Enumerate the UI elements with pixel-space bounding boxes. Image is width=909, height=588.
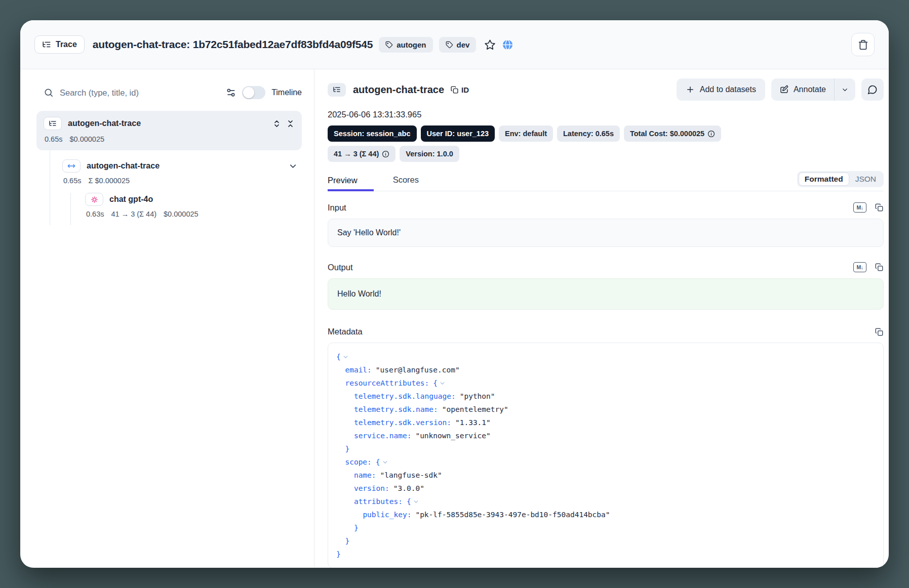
json-line: service.name:"unknown_service": [336, 429, 875, 442]
tag-label: dev: [457, 40, 470, 49]
chevrons-up-down-icon: [272, 119, 281, 128]
collapse-chevron-icon[interactable]: [382, 459, 388, 466]
node-duration: 0.65s: [45, 135, 62, 143]
input-section-label: Input: [328, 203, 346, 213]
tab-preview[interactable]: Preview: [328, 170, 374, 191]
format-toggle: Formatted JSON: [797, 171, 884, 187]
id-label: ID: [461, 86, 469, 94]
json-line: telemetry.sdk.language:"python": [336, 390, 875, 403]
badge-row-2: 41 → 3 (Σ 44) Version: 1.0.0: [328, 146, 884, 162]
copy-id-button[interactable]: ID: [450, 86, 469, 94]
window-header: Trace autogen-chat-trace: 1b72c51fabed12…: [20, 20, 889, 69]
list-tree-icon: [44, 117, 62, 130]
tag-icon: [446, 41, 453, 49]
tree-node-label: autogen-chat-trace: [68, 119, 141, 128]
collapse-chevron-icon[interactable]: [439, 380, 446, 387]
trace-detail-window: Trace autogen-chat-trace: 1b72c51fabed12…: [20, 20, 889, 568]
info-icon[interactable]: [707, 130, 715, 138]
json-line: email:"user@langfuse.com": [336, 363, 875, 376]
star-icon: [484, 39, 496, 51]
pen-square-icon: [779, 85, 788, 94]
bookmark-star-button[interactable]: [484, 39, 496, 51]
generation-sparkle-icon: [85, 193, 103, 206]
node-tokens: 41 → 3 (Σ 44): [111, 210, 156, 218]
add-to-datasets-button[interactable]: Add to datasets: [677, 78, 765, 101]
json-line: }: [336, 442, 875, 455]
node-duration: 0.65s: [63, 177, 81, 185]
copy-icon: [450, 86, 459, 94]
node-cost: $0.000025: [69, 135, 104, 143]
input-content: Say 'Hello World!': [328, 219, 884, 247]
search-icon: [44, 88, 54, 98]
json-line: public_key:"pk-lf-5855d85e-3943-497e-bd1…: [336, 508, 875, 521]
chevron-down-icon: [288, 161, 298, 171]
detail-title: autogen-chat-trace: [353, 84, 444, 96]
info-icon[interactable]: [382, 150, 389, 158]
tag-pill-autogen[interactable]: autogen: [379, 37, 432, 53]
page-title: autogen-chat-trace: 1b72c51fabed12ae7df8…: [93, 38, 373, 51]
plus-icon: [686, 85, 695, 94]
copy-output-button[interactable]: [875, 263, 884, 272]
annotate-button[interactable]: Annotate: [771, 78, 834, 101]
tree-node-label: autogen-chat-trace: [87, 161, 160, 171]
metadata-section-head: Metadata: [328, 327, 884, 337]
json-line: name:"langfuse-sdk": [336, 469, 875, 482]
format-toggle-formatted[interactable]: Formatted: [799, 173, 849, 186]
chevrons-down-up-icon: [286, 119, 295, 128]
timeline-toggle[interactable]: [242, 86, 265, 99]
collapse-node-button[interactable]: [288, 161, 298, 171]
json-line: resourceAttributes:{: [336, 376, 875, 390]
add-to-datasets-label: Add to datasets: [700, 85, 756, 94]
json-line: version:"3.0.0": [336, 482, 875, 495]
markdown-toggle-icon[interactable]: M↓: [853, 202, 866, 213]
badge-row-1: Session: session_abc User ID: user_123 E…: [328, 125, 884, 142]
markdown-toggle-icon[interactable]: M↓: [853, 262, 866, 272]
output-section-head: Output M↓: [328, 262, 884, 272]
output-content: Hello World!: [328, 278, 884, 310]
annotate-dropdown-button[interactable]: [835, 78, 855, 101]
token-usage-badge: 41 → 3 (Σ 44): [328, 146, 396, 162]
tree-node-span[interactable]: autogen-chat-trace 0.65s Σ $0.000025: [62, 150, 302, 225]
json-line: scope:{: [336, 455, 875, 469]
collapse-chevron-icon[interactable]: [342, 354, 349, 360]
search-input[interactable]: [60, 88, 220, 98]
toggle-knob: [243, 87, 254, 98]
copy-icon: [875, 203, 884, 212]
annotate-button-group: Annotate: [771, 78, 855, 101]
tree-node-label: chat gpt-4o: [109, 195, 153, 204]
tab-scores[interactable]: Scores: [393, 170, 419, 191]
annotate-label: Annotate: [794, 85, 826, 94]
json-line: telemetry.sdk.name:"opentelemetry": [336, 403, 875, 416]
json-line: }: [336, 521, 875, 534]
collapse-all-button[interactable]: [286, 119, 295, 128]
collapse-chevron-icon[interactable]: [413, 498, 419, 505]
user-badge[interactable]: User ID: user_123: [421, 125, 495, 142]
comments-button[interactable]: [861, 78, 884, 101]
public-share-button[interactable]: [502, 39, 513, 51]
node-duration: 0.63s: [86, 210, 104, 218]
tag-pill-dev[interactable]: dev: [439, 37, 477, 53]
tree-children: autogen-chat-trace 0.65s Σ $0.000025: [50, 150, 302, 225]
json-line: }: [336, 534, 875, 548]
session-badge[interactable]: Session: session_abc: [328, 125, 417, 142]
tag-icon: [385, 41, 393, 49]
output-section-label: Output: [328, 263, 353, 272]
list-tree-icon: [328, 83, 346, 97]
metadata-section-label: Metadata: [328, 327, 363, 337]
tree-node-trace-root[interactable]: autogen-chat-trace: [36, 111, 302, 150]
tree-search-row: Timeline: [36, 82, 302, 103]
latency-badge: Latency: 0.65s: [557, 125, 620, 142]
format-toggle-json[interactable]: JSON: [849, 173, 882, 186]
detail-header: autogen-chat-trace ID Add to datasets: [328, 78, 884, 101]
trace-badge-label: Trace: [56, 40, 77, 49]
env-badge: Env: default: [499, 125, 553, 142]
copy-metadata-button[interactable]: [875, 327, 884, 337]
tree-filter-settings-button[interactable]: [226, 88, 236, 98]
timeline-toggle-label: Timeline: [271, 88, 302, 97]
copy-icon: [875, 327, 884, 337]
copy-input-button[interactable]: [875, 203, 884, 212]
tree-node-generation[interactable]: chat gpt-4o 0.63s 41 → 3 (Σ 44) $0.00002…: [85, 193, 302, 218]
preview-tabs: Preview Scores Formatted JSON: [328, 170, 884, 191]
expand-all-button[interactable]: [272, 119, 281, 128]
delete-trace-button[interactable]: [851, 33, 875, 56]
